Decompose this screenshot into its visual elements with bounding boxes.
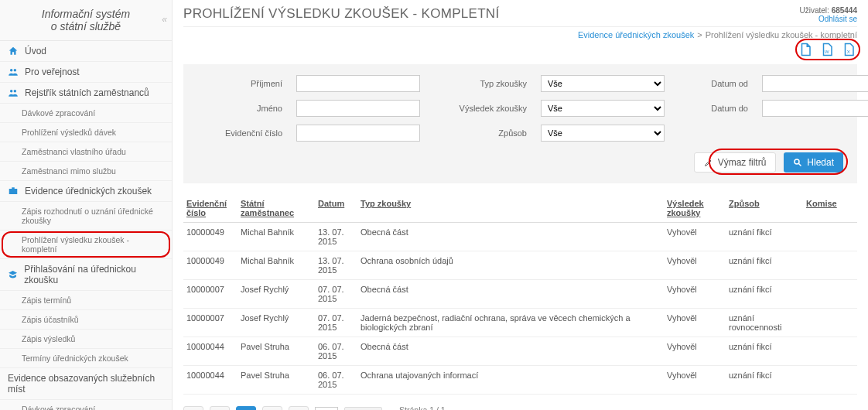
export-doc-button[interactable]: W: [818, 41, 836, 58]
pager: « ‹ 1 › » Přejít Stránka 1 / 1 10 / 20 /…: [183, 405, 857, 410]
cell-zpusob: uznání fikcí: [726, 280, 803, 309]
cell-vysl: Vyhověl: [664, 251, 726, 280]
cell-vysl: Vyhověl: [664, 309, 726, 337]
cell-zpusob: uznání fikcí: [726, 337, 803, 366]
export-pdf-button[interactable]: [797, 41, 814, 58]
doc-icon: W: [820, 43, 834, 56]
nav-prihlasovani[interactable]: Přihlašování na úřednickou zkoušku: [0, 259, 172, 291]
cell-komise: [803, 223, 857, 251]
svg-text:X: X: [847, 50, 850, 54]
nav-sub-vlastni-urad[interactable]: Zaměstnanci vlastního úřadu: [0, 142, 172, 162]
search-button[interactable]: Hledat: [784, 152, 843, 173]
pager-last[interactable]: »: [289, 406, 309, 410]
breadcrumb: Evidence úřednických zkoušek > Prohlížen…: [183, 27, 857, 41]
pager-jump-input[interactable]: [315, 407, 338, 410]
table-header-row: Evidenční číslo Státní zaměstnanec Datum…: [183, 194, 857, 223]
table-row[interactable]: 10000007Josef Rychlý07. 07. 2015Obecná č…: [183, 280, 857, 309]
nav-sub-prohlizeni-vysledku[interactable]: Prohlížení výsledku zkoušek - kompletní: [0, 231, 172, 259]
people-icon: [8, 87, 19, 98]
nav-sub-zapis-rozhodnuti[interactable]: Zápis rozhodnutí o uznání úřednické zkou…: [0, 202, 172, 231]
nav-verejnost[interactable]: Pro veřejnost: [0, 62, 172, 83]
breadcrumb-current: Prohlížení výsledku zkoušek - kompletní: [706, 30, 857, 39]
cell-zam: Josef Rychlý: [238, 309, 315, 337]
filter-panel: Příjmení Typ zkoušky Vše Datum od Jméno …: [183, 64, 857, 183]
svg-point-1: [14, 69, 16, 72]
cell-komise: [803, 337, 857, 366]
nav-label: Přihlašování na úřednickou zkoušku: [24, 264, 164, 285]
table-row[interactable]: 10000049Michal Bahník13. 07. 2015Ochrana…: [183, 251, 857, 280]
nav-label: Úvod: [25, 46, 46, 56]
nav-sub-mimo-sluzbu[interactable]: Zaměstnanci mimo službu: [0, 162, 172, 181]
nav-sub-zapis-ucastniku[interactable]: Zápis účastníků: [0, 310, 172, 330]
sidebar: Informační systém o státní službě « Úvod…: [0, 0, 173, 410]
nav-uvod[interactable]: Úvod: [0, 41, 172, 62]
briefcase-icon: [8, 186, 19, 196]
collapse-icon[interactable]: «: [162, 14, 167, 25]
pager-next[interactable]: ›: [262, 406, 282, 410]
pdf-icon: [798, 43, 812, 56]
table-row[interactable]: 10000044Pavel Struha06. 07. 2015Obecná č…: [183, 337, 857, 366]
breadcrumb-separator: >: [697, 30, 702, 39]
export-xls-button[interactable]: X: [840, 41, 857, 58]
cell-ev: 10000044: [183, 366, 238, 395]
cell-komise: [803, 366, 857, 395]
th-typ[interactable]: Typ zkoušky: [357, 194, 664, 223]
cell-zpusob: uznání rovnocennosti: [726, 309, 803, 337]
cell-datum: 13. 07. 2015: [315, 223, 357, 251]
nav-sub-zapis-terminu[interactable]: Zápis termínů: [0, 291, 172, 310]
cell-ev: 10000007: [183, 280, 238, 309]
cell-typ: Ochrana utajovaných informací: [357, 366, 664, 395]
table-row[interactable]: 10000049Michal Bahník13. 07. 2015Obecná …: [183, 223, 857, 251]
input-prijmeni[interactable]: [296, 75, 420, 92]
pager-page-info: Stránka 1 / 1: [399, 405, 446, 410]
nav-sub-zapis-vysledku[interactable]: Zápis výsledků: [0, 330, 172, 349]
label-zpusob: Způsob: [434, 128, 527, 138]
nav-sub-davkove1[interactable]: Dávkové zpracování: [0, 104, 172, 123]
th-datum[interactable]: Datum: [315, 194, 357, 223]
cell-komise: [803, 309, 857, 337]
user-label: Uživatel:: [799, 6, 829, 15]
input-datum-do[interactable]: [762, 100, 868, 117]
svg-point-2: [10, 90, 12, 93]
cell-typ: Ochrana osobních údajů: [357, 251, 664, 280]
nav-sub-terminy[interactable]: Termíny úřednických zkoušek: [0, 349, 172, 368]
th-zam[interactable]: Státní zaměstnanec: [238, 194, 315, 223]
th-zpusob[interactable]: Způsob: [726, 194, 803, 223]
select-typ[interactable]: Vše: [541, 75, 665, 92]
clear-filters-button[interactable]: Výmaz filtrů: [694, 152, 777, 173]
home-icon: [8, 46, 19, 56]
cell-datum: 13. 07. 2015: [315, 251, 357, 280]
pager-prev[interactable]: ‹: [210, 406, 230, 410]
th-ev[interactable]: Evidenční číslo: [183, 194, 238, 223]
pager-info: Stránka 1 / 1 10 / 20 / 30 / 50: [399, 405, 465, 410]
input-jmeno[interactable]: [296, 100, 420, 117]
cell-ev: 10000049: [183, 251, 238, 280]
nav-sub-prohlizeni-davek1[interactable]: Prohlížení výsledků dávek: [0, 123, 172, 142]
svg-point-6: [795, 159, 799, 164]
nav-evidence[interactable]: Evidence úřednických zkoušek: [0, 181, 172, 202]
table-row[interactable]: 10000044Pavel Struha06. 07. 2015Ochrana …: [183, 366, 857, 395]
nav-mista[interactable]: Evidence obsazovaných služebních míst: [0, 368, 172, 400]
cell-vysl: Vyhověl: [664, 280, 726, 309]
th-komise[interactable]: Komise: [803, 194, 857, 223]
th-vysl[interactable]: Výsledek zkoušky: [664, 194, 726, 223]
pager-go-button[interactable]: Přejít: [344, 407, 382, 410]
cell-typ: Obecná část: [357, 337, 664, 366]
input-ev-cislo[interactable]: [296, 125, 420, 142]
nav-rejstrik[interactable]: Rejstřík státních zaměstnanců: [0, 83, 172, 104]
input-datum-od[interactable]: [762, 75, 868, 92]
cell-datum: 07. 07. 2015: [315, 280, 357, 309]
select-vysledek[interactable]: Vše: [541, 100, 665, 117]
nav-sub-davkove2[interactable]: Dávkové zpracování: [0, 400, 172, 410]
pager-page-1[interactable]: 1: [236, 406, 256, 410]
logout-link[interactable]: Odhlásit se: [818, 15, 857, 23]
cell-zpusob: uznání fikcí: [726, 251, 803, 280]
select-zpusob[interactable]: Vše: [541, 125, 665, 142]
breadcrumb-root[interactable]: Evidence úřednických zkoušek: [578, 30, 694, 39]
table-row[interactable]: 10000007Josef Rychlý07. 07. 2015Jaderná …: [183, 309, 857, 337]
cell-ev: 10000044: [183, 337, 238, 366]
svg-text:W: W: [825, 50, 829, 54]
pencil-icon: [704, 158, 713, 167]
pager-first[interactable]: «: [183, 406, 203, 410]
people-icon: [8, 67, 19, 77]
